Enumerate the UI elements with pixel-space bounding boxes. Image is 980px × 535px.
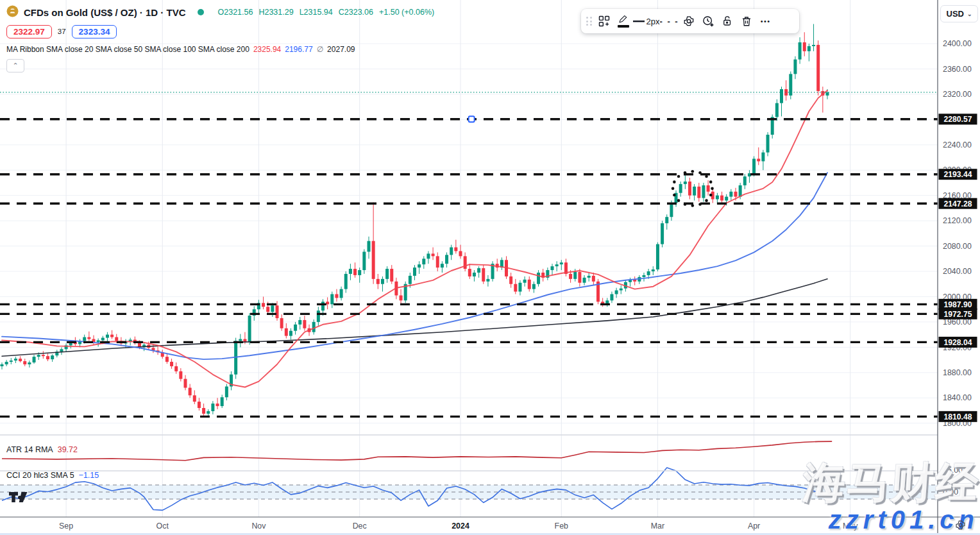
price-axis-label: 2240.00 <box>943 140 972 149</box>
time-axis-label: May <box>843 522 858 531</box>
ohlc-high: H2331.29 <box>258 8 293 17</box>
trash-icon <box>741 15 752 28</box>
tradingview-logo-icon <box>9 489 28 505</box>
time-axis-label: Feb <box>555 522 568 531</box>
pane-separators <box>0 435 980 471</box>
ma-ribbon-label: MA Ribbon SMA close 20 SMA close 50 SMA … <box>6 45 249 54</box>
price-axis-label: 2360.00 <box>943 65 972 74</box>
color-button[interactable] <box>614 12 633 31</box>
ohlc-values: O2321.56 H2331.29 L2315.94 C2323.06 +1.5… <box>218 8 435 17</box>
lock-button[interactable] <box>718 12 737 31</box>
pencil-icon <box>618 15 629 24</box>
grid-lines <box>0 0 938 517</box>
sma200-value: 2027.09 <box>327 45 355 54</box>
spread-value: 37 <box>58 28 66 35</box>
line-anchor-handle[interactable] <box>469 116 475 122</box>
sma100-value: 2196.77 <box>285 45 312 54</box>
svg-text:2193.44: 2193.44 <box>943 170 972 179</box>
sell-button[interactable]: 2322.97 <box>6 25 52 38</box>
buy-button[interactable]: 2323.34 <box>72 25 117 38</box>
cci-title: CCI 20 hlc3 SMA 5 <box>6 471 74 480</box>
gear-icon <box>682 15 695 28</box>
price-axis-label: 2120.00 <box>943 216 972 225</box>
svg-text:1987.90: 1987.90 <box>943 300 972 309</box>
sma-empty-value: ∅ <box>317 45 323 54</box>
symbol-title[interactable]: CFDs on Gold (US$ / OZ) · 1D · TVC <box>24 7 186 18</box>
ma-ribbon-legend[interactable]: MA Ribbon SMA close 20 SMA close 50 SMA … <box>6 45 434 54</box>
more-options-button[interactable]: ••• <box>756 12 775 31</box>
line-width-icon <box>633 19 645 23</box>
line-width-label: 2px <box>646 17 660 26</box>
dashed-line-icon: - - - <box>659 17 679 26</box>
atr-axis-label: 25.00 <box>943 466 963 475</box>
ellipsis-icon: ••• <box>761 17 771 25</box>
ohlc-change: +1.50 (+0.06%) <box>379 8 434 17</box>
lock-open-icon <box>722 15 733 28</box>
price-axis-label: 2080.00 <box>943 242 972 251</box>
legend-collapse-button[interactable]: ⌃ <box>6 59 24 72</box>
currency-dropdown[interactable]: USD ⌄ <box>940 5 978 22</box>
chart-canvas[interactable]: 1800.001840.001880.001920.001960.002000.… <box>0 0 980 535</box>
gear-icon <box>954 519 967 531</box>
time-axis-label: Oct <box>156 522 169 531</box>
svg-text:1810.48: 1810.48 <box>943 412 972 421</box>
drawing-toolbar: 2px - - - ••• <box>581 9 799 33</box>
market-status-icon[interactable] <box>198 9 204 15</box>
time-axis-label: Mar <box>651 522 664 531</box>
time-axis-settings-button[interactable] <box>954 519 967 534</box>
add-alert-button[interactable] <box>698 12 718 31</box>
layout-add-icon <box>598 15 611 28</box>
atr-title: ATR 14 RMA <box>6 445 53 454</box>
current-color-swatch <box>618 25 629 28</box>
ohlc-open: O2321.56 <box>218 8 253 17</box>
time-axis-label: Sep <box>59 522 73 531</box>
svg-text:2280.57: 2280.57 <box>943 115 972 124</box>
ohlc-low: L2315.94 <box>300 8 333 17</box>
price-axis-label: 2040.00 <box>943 267 972 276</box>
svg-text:2147.28: 2147.28 <box>943 200 972 208</box>
chevron-down-icon: ⌄ <box>967 11 972 17</box>
time-axis-label: Dec <box>353 522 367 531</box>
currency-label: USD <box>947 9 964 19</box>
cci-axis-label: 0.00 <box>943 488 958 497</box>
price-axis-label: 2400.00 <box>943 39 972 48</box>
svg-text:1928.04: 1928.04 <box>943 338 972 347</box>
settings-button[interactable] <box>679 12 698 31</box>
time-axis[interactable]: SepOctNovDec2024FebMarAprMay <box>0 517 980 531</box>
price-axis-label: 2320.00 <box>943 90 972 99</box>
time-axis-label: Nov <box>251 522 266 531</box>
line-width-button[interactable]: 2px <box>633 12 660 31</box>
horizontal-level-lines[interactable] <box>0 119 938 417</box>
alert-clock-plus-icon <box>702 15 714 28</box>
chevron-up-icon: ⌃ <box>12 62 18 70</box>
chart-legend: CFDs on Gold (US$ / OZ) · 1D · TVC O2321… <box>6 5 434 72</box>
tradingview-chart-window: 1800.001840.001880.001920.001960.002000.… <box>0 0 980 535</box>
line-style-button[interactable]: - - - <box>659 12 679 31</box>
ohlc-close: C2323.06 <box>339 8 373 17</box>
time-axis-label: Apr <box>748 522 760 531</box>
tradingview-logo[interactable] <box>9 489 28 507</box>
cci-legend[interactable]: CCI 20 hlc3 SMA 5 −1.15 <box>6 471 99 480</box>
drag-handle-icon[interactable] <box>586 17 592 26</box>
time-axis-label: 2024 <box>452 522 469 531</box>
gold-coin-icon <box>6 5 19 20</box>
price-axis[interactable]: 1800.001840.001880.001920.001960.002000.… <box>938 0 980 535</box>
atr-value: 39.72 <box>58 445 78 454</box>
indicator-lines <box>2 441 832 510</box>
sma20-value: 2325.94 <box>253 45 281 54</box>
price-axis-label: 1840.00 <box>943 393 972 402</box>
svg-text:1972.75: 1972.75 <box>943 310 972 319</box>
price-axis-label: 1880.00 <box>943 368 972 377</box>
template-button[interactable] <box>595 12 614 31</box>
atr-legend[interactable]: ATR 14 RMA 39.72 <box>6 445 78 454</box>
cci-value: −1.15 <box>79 471 99 480</box>
delete-button[interactable] <box>737 12 756 31</box>
